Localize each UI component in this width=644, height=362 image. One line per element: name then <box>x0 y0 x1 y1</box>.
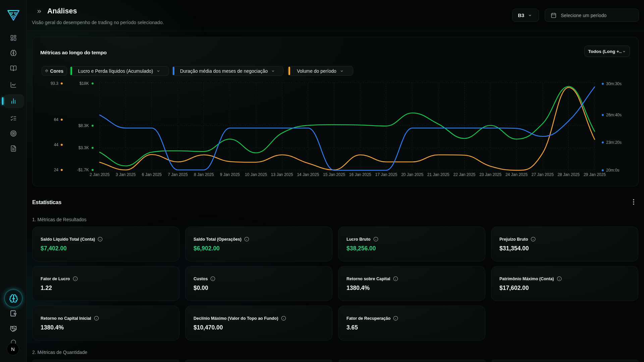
svg-text:16 Jan 2025: 16 Jan 2025 <box>349 172 371 177</box>
svg-text:44: 44 <box>54 142 59 147</box>
svg-text:$18K: $18K <box>79 81 89 86</box>
svg-text:2 Jan 2025: 2 Jan 2025 <box>90 172 110 177</box>
svg-text:$3.3K: $3.3K <box>78 145 89 150</box>
svg-text:$8.3K: $8.3K <box>78 123 89 128</box>
svg-text:14 Jan 2025: 14 Jan 2025 <box>297 172 319 177</box>
svg-text:17 Jan 2025: 17 Jan 2025 <box>375 172 397 177</box>
svg-text:20m:0s: 20m:0s <box>606 168 619 173</box>
svg-text:22 Jan 2025: 22 Jan 2025 <box>453 172 476 177</box>
svg-text:13 Jan 2025: 13 Jan 2025 <box>271 172 293 177</box>
svg-text:15 Jan 2025: 15 Jan 2025 <box>323 172 345 177</box>
svg-text:20 Jan 2025: 20 Jan 2025 <box>401 172 423 177</box>
svg-text:24 Jan 2025: 24 Jan 2025 <box>505 172 528 177</box>
svg-text:30m:30s: 30m:30s <box>606 81 622 86</box>
svg-text:10 Jan 2025: 10 Jan 2025 <box>245 172 267 177</box>
svg-text:23m:20s: 23m:20s <box>606 140 622 145</box>
svg-text:8 Jan 2025: 8 Jan 2025 <box>194 172 214 177</box>
svg-text:29 Jan 2025: 29 Jan 2025 <box>584 172 606 177</box>
svg-text:-$1.7K: -$1.7K <box>77 168 89 172</box>
svg-text:3 Jan 2025: 3 Jan 2025 <box>116 172 136 177</box>
svg-text:27 Jan 2025: 27 Jan 2025 <box>532 172 554 177</box>
svg-text:93.3: 93.3 <box>51 81 59 86</box>
svg-text:28 Jan 2025: 28 Jan 2025 <box>557 172 580 177</box>
svg-text:26m:40s: 26m:40s <box>606 113 622 117</box>
svg-text:24: 24 <box>54 168 59 172</box>
svg-text:23 Jan 2025: 23 Jan 2025 <box>479 172 501 177</box>
svg-text:21 Jan 2025: 21 Jan 2025 <box>427 172 449 177</box>
svg-text:7 Jan 2025: 7 Jan 2025 <box>168 172 188 177</box>
svg-text:6 Jan 2025: 6 Jan 2025 <box>142 172 162 177</box>
svg-text:64: 64 <box>54 117 59 122</box>
svg-text:9 Jan 2025: 9 Jan 2025 <box>220 172 240 177</box>
